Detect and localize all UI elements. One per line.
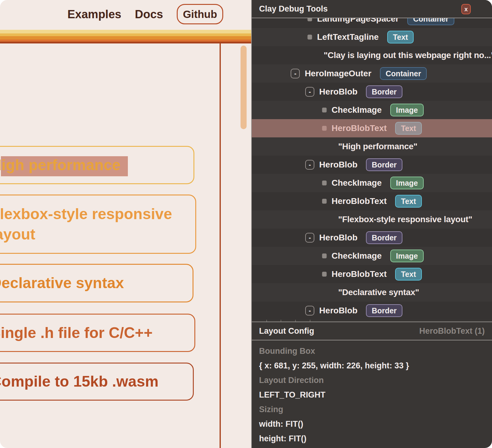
clay-website-with-debugger: Examples Docs Github High performance Fl… — [0, 0, 492, 448]
feature-blob-single-header: Single .h file for C/C++ — [0, 314, 195, 352]
element-type-badge: Text — [395, 195, 422, 208]
leaf-node-icon — [322, 199, 326, 204]
feature-blob-text: High performance — [0, 155, 193, 175]
element-name: CheckImage — [332, 105, 382, 115]
feature-blob-text: Compile to 15kb .wasm — [0, 371, 193, 392]
tree-row-heroblob[interactable]: -HeroBlobBorder — [252, 302, 492, 320]
element-name: CheckImage — [332, 251, 382, 261]
stripe-band — [0, 42, 251, 43]
collapse-toggle-icon[interactable]: - — [305, 233, 314, 243]
collapse-toggle-icon[interactable]: - — [305, 160, 314, 170]
element-type-badge: Text — [395, 268, 422, 281]
element-type-badge: Image — [390, 104, 424, 116]
leaf-node-icon — [322, 253, 326, 258]
config-value: width: FIT() — [259, 417, 485, 431]
element-name: LeftTextTagline — [317, 32, 379, 42]
element-name: HeroImageOuter — [305, 69, 371, 78]
tree-row-text-content[interactable]: "Clay is laying out this webpage right n… — [252, 46, 492, 64]
layout-config-body: Bounding Box{ x: 681, y: 255, width: 226… — [259, 341, 485, 446]
stripe-band — [0, 33, 251, 36]
element-name: LandingPageSpacer — [317, 18, 399, 24]
feature-blob-flexbox: Flexbox-style responsive layout — [0, 195, 196, 254]
layout-config-header: Layout Config HeroBlobText (1) — [252, 322, 492, 340]
element-name: HeroBlobText — [332, 269, 387, 279]
leaf-node-icon — [308, 35, 312, 40]
clay-debug-panel: Clay Debug Tools x LandingPageSpacerCont… — [251, 0, 492, 448]
text-content-preview: "Declarative syntax" — [338, 288, 419, 297]
config-value: LEFT_TO_RIGHT — [259, 388, 485, 402]
page-scrollbar-thumb[interactable] — [241, 46, 247, 129]
text-content-preview: "High performance" — [338, 142, 418, 151]
config-value: { x: 681, y: 255, width: 226, height: 33… — [259, 358, 485, 373]
feature-blob-text: Flexbox-style responsive layout — [0, 204, 195, 245]
config-section-label: Bounding Box — [259, 344, 485, 358]
leaf-node-icon — [322, 108, 326, 112]
element-type-badge: Border — [366, 85, 402, 98]
tree-row-heroblob[interactable]: -HeroBlobBorder — [252, 83, 492, 101]
stripe-band — [0, 36, 251, 40]
config-value: height: FIT() — [259, 431, 485, 446]
element-type-badge: Border — [366, 304, 402, 317]
collapse-toggle-icon[interactable]: - — [291, 69, 300, 78]
close-icon: x — [464, 6, 468, 13]
tree-row-heroimageouter[interactable]: -HeroImageOuterContainer — [252, 64, 492, 83]
tree-row-heroblobtext[interactable]: HeroBlobTextText — [252, 192, 492, 210]
tree-row-checkimage[interactable]: CheckImageImage — [252, 174, 492, 192]
element-type-badge: Image — [390, 177, 424, 189]
stripe-band — [0, 40, 251, 42]
element-type-badge: Image — [390, 250, 424, 262]
element-name: HeroBlobText — [332, 196, 387, 206]
selected-row-highlight — [252, 119, 492, 137]
tree-row-heroblob[interactable]: -HeroBlobBorder — [252, 229, 492, 247]
element-type-badge: Text — [387, 31, 414, 43]
feature-blob-text: Declarative syntax — [0, 273, 193, 293]
element-name: HeroBlob — [319, 233, 357, 243]
close-button[interactable]: x — [461, 4, 471, 14]
leaf-node-icon — [308, 18, 312, 21]
element-tree: LandingPageSpacerContainerLeftTextTaglin… — [252, 18, 492, 322]
config-section-label: Sizing — [259, 402, 485, 417]
landing-page: Examples Docs Github High performance Fl… — [0, 0, 251, 448]
element-name: HeroBlob — [319, 306, 357, 315]
retro-stripe-banner — [0, 30, 251, 43]
nav-link-docs[interactable]: Docs — [135, 8, 163, 21]
element-type-badge: Container — [380, 67, 427, 80]
element-type-badge: Container — [407, 18, 454, 25]
element-type-badge: Border — [366, 158, 402, 171]
github-button[interactable]: Github — [177, 4, 223, 24]
debug-panel-header: Clay Debug Tools x — [252, 0, 492, 18]
tree-row-heroblob[interactable]: -HeroBlobBorder — [252, 156, 492, 174]
leaf-node-icon — [322, 181, 326, 185]
tree-row-heroblobtext[interactable]: HeroBlobTextText — [252, 119, 492, 137]
tree-row-heroblobtext[interactable]: HeroBlobTextText — [252, 265, 492, 283]
tree-row-text-content[interactable]: "Declarative syntax" — [252, 283, 492, 302]
layout-config-title: Layout Config — [259, 326, 314, 336]
text-content-preview: "Clay is laying out this webpage right n… — [324, 50, 492, 60]
collapse-toggle-icon[interactable]: - — [305, 306, 314, 315]
feature-blob-declarative: Declarative syntax — [0, 264, 193, 302]
nav-link-examples[interactable]: Examples — [67, 8, 121, 21]
element-name: HeroBlob — [319, 160, 357, 170]
stripe-band — [0, 30, 251, 33]
text-content-preview: "Flexbox-style responsive layout" — [338, 215, 472, 224]
feature-blob-text: Single .h file for C/C++ — [0, 323, 194, 343]
selected-element-label: HeroBlobText (1) — [419, 326, 485, 336]
tree-row-checkimage[interactable]: CheckImageImage — [252, 101, 492, 119]
leaf-node-icon — [322, 272, 326, 277]
feature-blob-high-performance: High performance — [0, 146, 194, 184]
collapse-toggle-icon[interactable]: - — [305, 87, 314, 97]
feature-blob-wasm: Compile to 15kb .wasm — [0, 363, 194, 401]
tree-row-text-content[interactable]: "High performance" — [252, 137, 492, 156]
tree-row-checkimage[interactable]: CheckImageImage — [252, 247, 492, 265]
tree-row-lefttexttagline[interactable]: LeftTextTaglineText — [252, 28, 492, 46]
element-type-badge: Border — [366, 231, 402, 244]
tree-row-text-content[interactable]: "Flexbox-style responsive layout" — [252, 210, 492, 229]
debug-panel-title: Clay Debug Tools — [259, 4, 328, 14]
element-name: CheckImage — [332, 178, 382, 188]
config-section-label: Layout Direction — [259, 373, 485, 388]
tree-row-landingpagespacer[interactable]: LandingPageSpacerContainer — [252, 18, 492, 28]
element-name: HeroBlob — [319, 87, 357, 97]
page-column-divider — [220, 43, 221, 448]
